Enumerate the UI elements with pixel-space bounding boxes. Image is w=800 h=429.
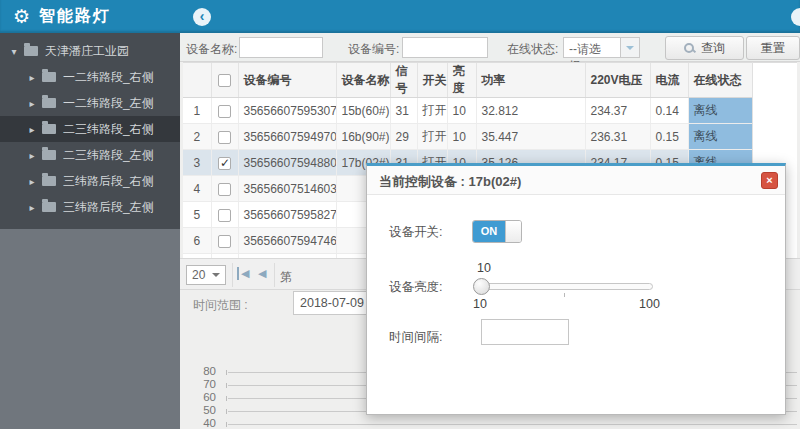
prev-page-icon[interactable]: ◀ [258,267,266,280]
row-checkbox[interactable] [218,131,231,144]
query-button[interactable]: 查询 [665,36,744,60]
tree-node-2-selected[interactable]: ▸ 二三纬路段_右侧 [0,116,180,142]
pager-divider [274,263,275,287]
tree-node-1[interactable]: ▸ 一二纬路段_左侧 [0,90,180,116]
cell-brightness: 10 [447,124,476,150]
col-power[interactable]: 功率 [476,63,585,98]
cell-signal: 29 [390,124,417,150]
slider-max-label: 100 [639,297,660,311]
cell-current: 0.14 [650,98,688,124]
tree-node-label: 一二纬路段_右侧 [63,69,154,86]
toggle-on-label: ON [473,221,505,242]
device-brightness-label: 设备亮度: [389,279,442,296]
col-device-no[interactable]: 设备编号 [238,63,336,98]
first-page-icon[interactable]: ◀ [237,267,249,280]
row-checkbox-cell [211,228,238,254]
tree-node-0[interactable]: ▸ 一二纬路段_右侧 [0,64,180,90]
row-checkbox[interactable] [218,235,231,248]
cell-name: 16b(90#) [336,124,390,150]
folder-icon [24,46,38,56]
header-right-icon[interactable] [791,8,800,26]
row-checkbox[interactable] [218,105,231,118]
cell-power: 35.447 [476,124,585,150]
device-switch-toggle[interactable]: ON [472,220,522,243]
select-all-header [211,63,238,98]
col-brightness[interactable]: 亮度 [447,63,476,98]
chevron-right-icon[interactable]: ▸ [26,176,38,187]
row-number: 4 [183,176,211,202]
folder-icon [42,202,56,212]
top-header-bar: ⚙ 智能路灯 ‹ [0,0,800,33]
row-checkbox-cell [211,124,238,150]
cell-device-no: 356566075953075 [238,98,336,124]
col-current[interactable]: 电流 [650,63,688,98]
cell-voltage: 236.31 [585,124,650,150]
collapse-sidebar-icon[interactable]: ‹ [193,8,211,26]
col-name[interactable]: 设备名称 [336,63,390,98]
chevron-down-icon[interactable]: ▾ [8,46,20,57]
y-axis-tick-label: 40 [188,417,216,429]
reset-button[interactable]: 重置 [746,36,800,60]
page-prefix-label: 第 [280,269,292,286]
y-axis-tick [226,396,227,401]
online-status-label: 在线状态: [507,41,558,58]
device-no-input[interactable] [402,37,488,58]
app-logo: ⚙ 智能路灯 [0,0,180,33]
interval-input[interactable] [481,319,569,345]
cell-switch: 打开 [417,98,447,124]
col-switch[interactable]: 开关 [417,63,447,98]
y-axis-tick [226,409,227,414]
row-checkbox-cell [211,98,238,124]
device-name-input[interactable] [239,37,323,58]
y-axis-tick-label: 80 [188,365,216,377]
toggle-knob[interactable] [505,221,521,242]
row-number: 2 [183,124,211,150]
col-voltage[interactable]: 220V电压 [585,63,650,98]
tree-node-4[interactable]: ▸ 三纬路后段_右侧 [0,168,180,194]
chevron-right-icon[interactable]: ▸ [26,202,38,213]
cell-name: 15b(60#) [336,98,390,124]
cell-current: 0.15 [650,124,688,150]
row-checkbox-cell [211,150,238,176]
chevron-right-icon[interactable]: ▸ [26,150,38,161]
tree-node-label: 一二纬路段_左侧 [63,95,154,112]
device-tree: ▾ 天津潘庄工业园 ▸ 一二纬路段_右侧 ▸ 一二纬路段_左侧 ▸ 二三纬路段_… [0,33,180,229]
chevron-down-icon[interactable] [620,38,639,57]
chevron-right-icon[interactable]: ▸ [26,72,38,83]
slider-mid-tick [564,293,565,297]
col-signal[interactable]: 信号 [390,63,417,98]
table-row[interactable]: 1 356566075953075 15b(60#) 31 打开 10 32.8… [183,98,752,124]
app-title: 智能路灯 [39,6,111,27]
row-checkbox[interactable] [218,157,231,170]
tree-root-label: 天津潘庄工业园 [45,43,129,60]
row-checkbox[interactable] [218,209,231,222]
tree-root-node[interactable]: ▾ 天津潘庄工业园 [0,38,180,64]
online-status-select[interactable]: --请选择-- [563,37,640,58]
page-size-select[interactable]: 20 [186,265,226,285]
col-status[interactable]: 在线状态 [688,63,752,98]
slider-min-label: 10 [473,297,487,311]
chevron-right-icon[interactable]: ▸ [26,98,38,109]
tree-node-3[interactable]: ▸ 二三纬路段_左侧 [0,142,180,168]
y-axis-tick [226,422,227,427]
brightness-slider-track[interactable] [476,283,653,290]
y-axis-tick-label: 60 [188,391,216,403]
modal-header[interactable]: 当前控制设备 : 17b(02#) × [367,166,785,195]
reset-button-label: 重置 [761,40,785,57]
row-checkbox[interactable] [218,183,231,196]
tree-node-label: 二三纬路段_左侧 [63,147,154,164]
cell-status: 离线 [688,124,752,150]
tree-node-5[interactable]: ▸ 三纬路后段_左侧 [0,194,180,220]
table-row[interactable]: 2 356566075949701 16b(90#) 29 打开 10 35.4… [183,124,752,150]
chevron-right-icon[interactable]: ▸ [26,124,38,135]
interval-label: 时间间隔: [389,329,442,346]
row-number: 3 [183,150,211,176]
cell-device-no: 356566075146035 [238,176,336,202]
filter-bar: 设备名称: 设备编号: 在线状态: --请选择-- 查询 重置 [180,33,800,62]
close-icon[interactable]: × [761,172,778,189]
tree-node-label: 三纬路后段_右侧 [63,173,154,190]
brightness-slider-handle[interactable] [473,278,490,295]
y-axis-tick [226,370,227,375]
pager-divider [232,263,233,287]
select-all-checkbox[interactable] [218,74,231,87]
